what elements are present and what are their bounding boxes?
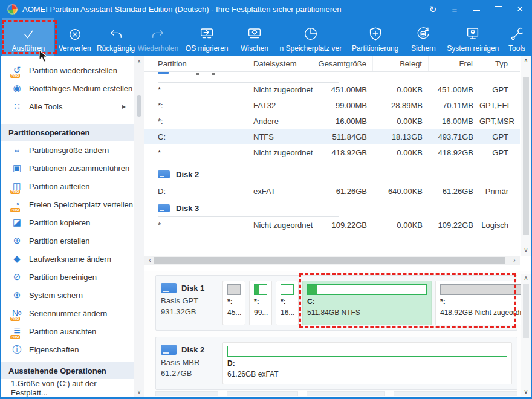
table-row-selected[interactable]: C: NTFS 511.84GB 18.13GB 493.71GB GPT Bo… [144, 129, 520, 144]
partition-block-d[interactable]: D: 61.26GB exFAT [222, 342, 512, 384]
apply-button[interactable]: Ausführen [2, 18, 54, 56]
redo-icon [150, 27, 166, 42]
column-header[interactable]: Belegt [373, 56, 429, 71]
sidebar-item-bootable-media[interactable]: ◉ Bootfähiges Medium erstellen [1, 79, 134, 97]
usage-bar [227, 346, 507, 357]
scrollbar-thumb[interactable] [154, 257, 505, 264]
scroll-up-icon[interactable]: ∧ [521, 56, 531, 65]
scroll-right-icon[interactable]: › [510, 256, 519, 265]
usage-bar [281, 284, 294, 295]
sidebar: ↺PRO Partition wiederherstellen ◉ Bootfä… [1, 56, 144, 397]
sidebar-item-partition-recovery[interactable]: ↺PRO Partition wiederherstellen [1, 61, 134, 79]
migrate-os-button[interactable]: OS migrieren [180, 18, 233, 56]
section-header-pending-operations: Ausstehende Operationen [1, 362, 134, 379]
column-header[interactable]: Gesamtgröße [317, 56, 373, 71]
scroll-left-icon[interactable]: ‹ [146, 256, 154, 265]
disk-group-label: Disk 3 [176, 204, 199, 213]
table-row[interactable]: D: exFAT 61.26GB 640.00KB 61.26GB Primär… [144, 183, 520, 199]
minimize-button[interactable] [472, 5, 481, 13]
table-header: Partition Dateisystem Gesamtgröße Belegt… [144, 56, 520, 72]
sidebar-item-system-backup[interactable]: ⊛ System sichern [1, 286, 134, 304]
shield-plus-icon [367, 25, 384, 42]
sidebar-item-split-partition[interactable]: ◫PRO Partition aufteilen [1, 177, 134, 195]
section-header-partition-operations: Partitionsoperationen [1, 124, 134, 141]
partition-block-efi[interactable]: *: 99... [249, 281, 272, 325]
column-header[interactable]: Frei [429, 56, 479, 71]
close-button[interactable]: × [515, 4, 525, 15]
clean-system-button[interactable]: System reinigen [443, 18, 503, 56]
backup-button[interactable]: Sichern [404, 18, 443, 56]
partition-block-msr[interactable]: *: 16... [276, 281, 299, 325]
refresh-icon[interactable]: ↻ [428, 5, 438, 14]
toolbar-label: Ausführen [12, 44, 45, 53]
column-header[interactable]: Dateisystem [253, 56, 317, 71]
partition-block-c-selected[interactable]: C: 511.84GB NTFS [302, 281, 432, 325]
scroll-up-icon[interactable]: ∧ [521, 274, 531, 282]
sidebar-item-resize-partition[interactable]: ⇔ Partitionsgröße ändern [1, 141, 134, 159]
disk1-info[interactable]: Disk 1 Basis GPT 931.32GB [161, 281, 216, 325]
table-row[interactable]: *: Andere 16.00MB 0.00KB 16.00MB GPT,MSR… [144, 113, 520, 129]
disk1-blocks: *: 45... *: 99... *: 16... [222, 281, 531, 325]
sidebar-item-change-label[interactable]: ◆ Laufwerksname ändern [1, 250, 134, 268]
sidebar-item-copy-partition[interactable]: ◪ Partition kopieren [1, 213, 134, 232]
discard-button[interactable]: Verwerfen [54, 18, 96, 56]
toolbar: Ausführen Verwerfen Rückgängig Wiederhol… [1, 18, 531, 56]
table-row[interactable]: * Nicht zugeordnet 451.00MB 0.00KB 451.0… [144, 82, 520, 97]
allocate-free-space-button[interactable]: n Speicherplatz ver [276, 18, 346, 56]
sidebar-item-allocate-free-space[interactable]: ◔PRO Freien Speicherplatz verteilen [1, 195, 134, 213]
table-row[interactable]: * Nicht zugeordnet 109.22GB 0.00KB 109.2… [144, 217, 520, 233]
column-header[interactable]: Typ [479, 56, 514, 71]
toolbar-label: Verwerfen [59, 44, 91, 53]
free-space-pie-icon [302, 25, 319, 42]
undo-button[interactable]: Rückgängig [96, 18, 137, 56]
table-vertical-scrollbar[interactable]: ∧ ∨ [521, 56, 531, 256]
sidebar-item-merge-partitions[interactable]: ▣ Partitionen zusammenführen [1, 159, 134, 177]
sidebar-item-properties[interactable]: ⓘ Eigenschaften [1, 340, 134, 358]
scrollbar-thumb[interactable] [523, 77, 529, 235]
usage-bar [307, 284, 427, 295]
maximize-button[interactable] [493, 5, 503, 13]
check-icon [21, 27, 36, 42]
disk2-info[interactable]: Disk 2 Basis MBR 61.27GB [161, 342, 216, 384]
undo-icon [108, 27, 124, 42]
scrollbar-thumb[interactable] [137, 95, 141, 117]
tools-button[interactable]: Tools [503, 18, 531, 56]
pending-operation-item[interactable]: 1.Größe von (C:) auf der Festplatt... [1, 379, 134, 397]
partition-block-unallocated-large[interactable]: *: 418.92GB Nicht zugeordnet [435, 281, 531, 325]
panel-splitter[interactable]: · · · [144, 265, 531, 271]
scroll-down-icon[interactable]: ∨ [521, 246, 531, 255]
table-horizontal-scrollbar[interactable]: ‹ › [144, 256, 520, 265]
disk3-group-row[interactable]: Disk 3 [144, 199, 520, 217]
menu-icon[interactable]: ≡ [450, 5, 459, 14]
partition-block-unallocated[interactable]: *: 45... [222, 281, 245, 325]
column-header[interactable]: Partition [158, 56, 253, 71]
table-row[interactable]: *: FAT32 99.00MB 28.89MB 70.11MB GPT,EFI… [144, 97, 520, 113]
sidebar-item-label: Alle Tools [29, 102, 62, 111]
usage-bar [254, 284, 267, 295]
sidebar-item-create-partition[interactable]: ⊕ Partition erstellen [1, 232, 134, 250]
sidebar-items: ↺PRO Partition wiederherstellen ◉ Bootfä… [1, 56, 134, 397]
sidebar-item-wipe-partition[interactable]: ⊘ Partition bereinigen [1, 268, 134, 286]
scroll-down-icon[interactable]: ∨ [134, 388, 144, 396]
sidebar-item-label: Bootfähiges Medium erstellen [29, 84, 132, 93]
sidebar-item-align-partition[interactable]: ≣PRO Partition ausrichten [1, 322, 134, 340]
scroll-down-icon[interactable]: ∨ [521, 388, 531, 396]
scroll-up-icon[interactable]: ∧ [134, 57, 144, 66]
partition-table: Partition Dateisystem Gesamtgröße Belegt… [144, 56, 520, 233]
table-row[interactable]: * Nicht zugeordnet 418.92GB 0.00KB 418.9… [144, 144, 520, 160]
disk-panel-scrollbar[interactable]: ∧ ∨ [521, 274, 531, 396]
sidebar-item-change-serial[interactable]: №PRO Seriennummer ändern [1, 304, 134, 322]
partitioning-button[interactable]: Partitionierung [346, 18, 404, 56]
disk2-group-row[interactable]: Disk 2 [144, 165, 520, 183]
wipe-icon [246, 25, 263, 42]
toolbar-label: Rückgängig [97, 44, 135, 53]
migrate-os-icon [198, 25, 215, 42]
scrollbar-thumb[interactable] [523, 284, 529, 338]
toolbar-label: System reinigen [447, 44, 499, 53]
sidebar-item-label: Seriennummer ändern [29, 309, 107, 318]
sidebar-item-all-tools[interactable]: ∷ Alle Tools ▶ [1, 97, 134, 115]
window-title: AOMEI Partition Assistant Standard Editi… [22, 5, 422, 14]
wipe-button[interactable]: Wischen [233, 18, 276, 56]
sidebar-item-label: Partition wiederherstellen [29, 66, 117, 75]
sidebar-scrollbar[interactable]: ∧ ∨ [134, 56, 144, 397]
